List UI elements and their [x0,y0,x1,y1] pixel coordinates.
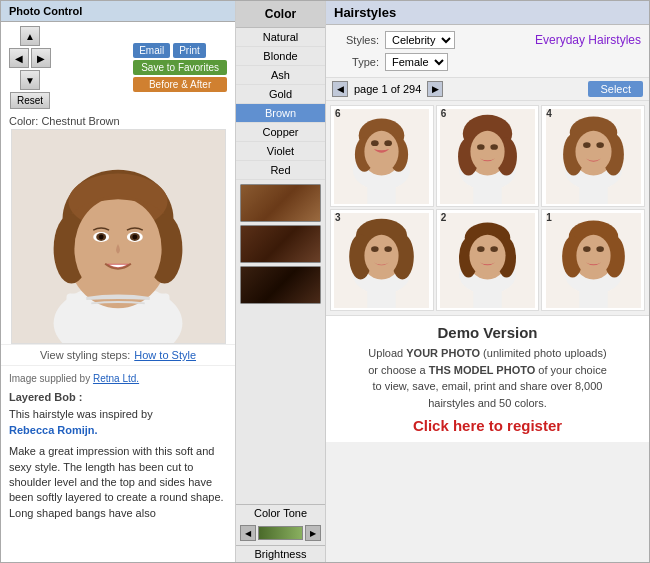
desc-p1: This hairstyle was inspired by [9,407,227,422]
svg-point-69 [477,246,485,252]
color-ash[interactable]: Ash [236,66,325,85]
before-after-button[interactable]: Before & After [133,77,227,92]
styles-select[interactable]: Celebrity Short Medium Long [385,31,455,49]
cell-image [437,210,539,310]
tone-left-arrow[interactable]: ◀ [240,525,256,541]
cell-number: 6 [441,108,447,119]
hairstyle-cell-1[interactable]: 1 [541,209,645,311]
color-label: Color: Chestnut Brown [1,113,235,129]
cell-number: 6 [335,108,341,119]
svg-point-57 [365,234,399,276]
swatch-2[interactable] [240,225,321,263]
photo-control-header: Photo Control [1,1,235,22]
hairstyle-cell-6a[interactable]: 6 [330,105,434,207]
everyday-hairstyles-link[interactable]: Everyday Hairstyles [535,33,641,47]
cell-number: 1 [546,212,552,223]
prev-page-arrow[interactable]: ◀ [332,81,348,97]
svg-point-68 [469,234,505,276]
hairstyle-title: Layered Bob : [9,390,227,405]
cell-number: 4 [546,108,552,119]
tone-right-arrow[interactable]: ▶ [305,525,321,541]
styling-steps: View styling steps: How to Style [1,344,235,365]
hairstyle-cell-2[interactable]: 2 [436,209,540,311]
image-source: Image supplied by Retna Ltd. [9,372,227,386]
how-to-style-link[interactable]: How to Style [134,349,196,361]
svg-point-79 [576,234,610,276]
color-swatches [236,180,325,504]
save-favorites-button[interactable]: Save to Favorites [133,60,227,75]
color-blonde[interactable]: Blonde [236,47,325,66]
cell-number: 3 [335,212,341,223]
demo-text: Upload YOUR PHOTO (unlimited photo uploa… [338,345,637,411]
select-button[interactable]: Select [588,81,643,97]
middle-panel: Color Natural Blonde Ash Gold Brown Copp… [236,1,326,562]
svg-point-59 [385,246,393,252]
svg-point-47 [583,142,591,148]
svg-point-58 [371,246,379,252]
color-header: Color [236,1,325,28]
hairstyle-cell-4[interactable]: 4 [541,105,645,207]
swatch-1[interactable] [240,184,321,222]
desc-body: Make a great impression with this soft a… [9,444,227,521]
hairstyles-header: Hairstyles [326,1,649,25]
demo-title: Demo Version [338,324,637,341]
source-link[interactable]: Retna Ltd. [93,373,139,384]
nav-right-button[interactable]: ▶ [31,48,51,68]
svg-point-35 [470,130,504,172]
svg-point-81 [596,246,604,252]
svg-point-48 [596,142,604,148]
svg-point-46 [575,130,611,172]
svg-point-26 [385,140,393,146]
color-copper[interactable]: Copper [236,123,325,142]
svg-point-70 [490,246,498,252]
left-panel: Photo Control ▲ ◀ ▶ ▼ Reset Email Print … [1,1,236,562]
svg-point-37 [490,144,498,150]
styles-row: Styles: Celebrity Short Medium Long Ever… [334,31,641,49]
photo-control-nav: ▲ ◀ ▶ ▼ Reset Email Print Save to Favori… [1,22,235,113]
hairstyles-controls: Styles: Celebrity Short Medium Long Ever… [326,25,649,78]
cell-image [542,210,644,310]
svg-point-15 [132,235,137,240]
color-gold[interactable]: Gold [236,85,325,104]
cell-image [542,106,644,206]
color-violet[interactable]: Violet [236,142,325,161]
color-options: Natural Blonde Ash Gold Brown Copper Vio… [236,28,325,180]
hairstyle-cell-6b[interactable]: 6 [436,105,540,207]
color-red[interactable]: Red [236,161,325,180]
color-natural[interactable]: Natural [236,28,325,47]
next-page-arrow[interactable]: ▶ [427,81,443,97]
register-link[interactable]: Click here to register [338,417,637,434]
desc-author: Rebecca Romijn. [9,423,227,438]
cell-image [331,210,433,310]
right-panel: Hairstyles Styles: Celebrity Short Mediu… [326,1,649,562]
cell-image [331,106,433,206]
hairstyle-grid: 6 [326,101,649,315]
svg-point-14 [98,235,103,240]
color-brown[interactable]: Brown [236,104,325,123]
type-label: Type: [334,56,379,68]
print-button[interactable]: Print [173,43,206,58]
nav-actions: Email Print Save to Favorites Before & A… [133,43,227,92]
svg-point-36 [477,144,485,150]
description-area: Image supplied by Retna Ltd. Layered Bob… [1,365,235,562]
svg-point-25 [371,140,379,146]
email-button[interactable]: Email [133,43,170,58]
hairstyle-cell-3[interactable]: 3 [330,209,434,311]
nav-down-button[interactable]: ▼ [20,70,40,90]
svg-point-80 [583,246,591,252]
face-image [11,129,226,344]
color-tone-label: Color Tone [236,504,325,521]
tone-slider[interactable] [258,526,303,540]
type-row: Type: Female Male [334,53,641,71]
nav-up-button[interactable]: ▲ [20,26,40,46]
brightness-label: Brightness [236,545,325,562]
reset-button[interactable]: Reset [10,92,50,109]
type-select[interactable]: Female Male [385,53,448,71]
styles-label: Styles: [334,34,379,46]
cell-image [437,106,539,206]
cell-number: 2 [441,212,447,223]
nav-left-button[interactable]: ◀ [9,48,29,68]
swatch-3[interactable] [240,266,321,304]
tone-slider-area: ◀ ▶ [236,521,325,545]
demo-section: Demo Version Upload YOUR PHOTO (unlimite… [326,315,649,442]
